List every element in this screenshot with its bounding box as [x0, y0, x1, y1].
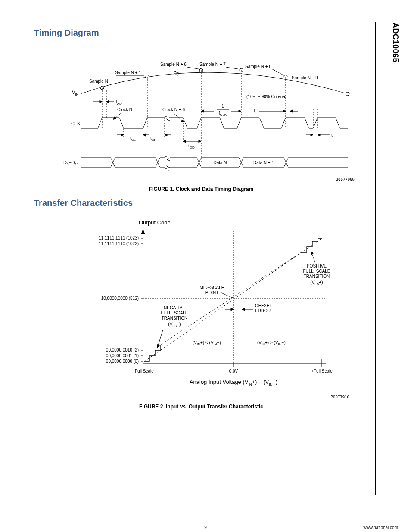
- label-tch: tCH: [150, 136, 157, 142]
- svg-marker-42: [143, 134, 146, 136]
- label-output-code: Output Code: [139, 219, 171, 226]
- svg-marker-78: [157, 344, 160, 348]
- svg-line-8: [226, 67, 240, 69]
- label-code-512: 10,0000,0000 (512): [101, 296, 139, 301]
- label-sample-n8: Sample N + 8: [245, 64, 271, 69]
- svg-marker-35: [290, 110, 293, 112]
- svg-marker-20: [100, 100, 102, 103]
- label-code-1023: 11,1111,1111 (1023): [99, 236, 139, 240]
- label-negfull2: FULL−SCALE: [161, 311, 188, 315]
- svg-marker-40: [121, 134, 124, 136]
- svg-marker-29: [201, 110, 204, 112]
- label-offset2: ERROR: [255, 308, 271, 313]
- label-negfull4: (VFS−): [168, 322, 181, 328]
- svg-marker-22: [106, 100, 109, 103]
- label-criteria: (10% − 90% Criteria): [246, 94, 286, 99]
- label-data-n1: Data N + 1: [253, 160, 274, 165]
- svg-marker-33: [283, 110, 286, 112]
- part-number-sidebar: ADC10065: [391, 22, 400, 62]
- figure-2-id: 20077910: [27, 395, 349, 399]
- svg-marker-74: [242, 308, 245, 311]
- label-data-bus: D0−D11: [63, 160, 79, 166]
- label-posfull1: POSITIVE: [307, 264, 327, 268]
- label-tcl: tCL: [130, 136, 136, 142]
- svg-marker-50: [311, 134, 313, 136]
- section-title-timing: Timing Diagram: [34, 28, 375, 38]
- label-code-0: 00,0000,0000 (0): [106, 359, 139, 364]
- label-midscale1: MID−SCALE: [200, 285, 224, 290]
- label-plus-full: +Full Scale: [311, 369, 333, 373]
- svg-marker-55: [141, 230, 145, 234]
- label-cond-left: (VIN+) < (VIN−): [193, 340, 221, 346]
- svg-line-9: [272, 69, 284, 75]
- figure-1-id: 20077909: [27, 177, 355, 182]
- label-posfull4: (VFS+): [310, 280, 323, 286]
- footer-url: www.national.com: [363, 525, 398, 530]
- page-number: 9: [204, 525, 207, 530]
- label-posfull2: FULL−SCALE: [303, 269, 330, 274]
- label-clock-n: Clock N: [117, 107, 132, 112]
- label-one: 1: [221, 104, 224, 109]
- figure-1-caption: FIGURE 1. Clock and Data Timing Diagram: [27, 186, 375, 192]
- label-midscale2: POINT: [206, 290, 219, 295]
- svg-marker-72: [231, 308, 234, 311]
- content-frame: Timing Diagram Sample N: [27, 22, 376, 495]
- label-tr: tr: [254, 109, 256, 115]
- label-zero-v: 0.0V: [229, 369, 238, 373]
- label-sample-n6: Sample N + 6: [160, 62, 187, 67]
- svg-marker-52: [318, 134, 320, 136]
- svg-line-7: [187, 67, 200, 69]
- label-clk: CLK: [71, 121, 81, 126]
- label-fclk: fCLK: [219, 111, 227, 117]
- label-vin: VIN: [72, 90, 79, 96]
- label-sample-n7: Sample N + 7: [199, 62, 226, 67]
- label-data-n: Data N: [213, 160, 227, 165]
- svg-marker-31: [239, 110, 241, 112]
- timing-diagram-svg: Sample N Sample N + 1 Sample N + 6 Sampl…: [46, 42, 356, 176]
- label-tad: tAD: [116, 100, 122, 106]
- svg-line-69: [144, 238, 322, 361]
- label-offset1: OFFSET: [255, 303, 272, 308]
- svg-line-70: [221, 292, 232, 298]
- section-title-transfer: Transfer Characteristics: [34, 198, 375, 208]
- label-sample-n: Sample N: [89, 79, 108, 84]
- figure-1-wrap: Sample N Sample N + 1 Sample N + 6 Sampl…: [27, 42, 375, 192]
- svg-point-5: [346, 92, 349, 96]
- label-code-1: 00,0000,0001 (1): [106, 353, 139, 358]
- label-negfull3: TRANSITION: [162, 316, 188, 320]
- svg-marker-48: [199, 140, 201, 143]
- svg-marker-24: [113, 116, 116, 120]
- label-minus-full: −Full Scale: [132, 369, 154, 373]
- label-sample-n1: Sample N + 1: [115, 70, 141, 75]
- figure-2-wrap: Output Code 11,1111,1111 (1023) 11,1111,…: [27, 212, 375, 410]
- svg-marker-26: [181, 120, 184, 122]
- label-tf: tf: [331, 133, 334, 139]
- label-posfull3: TRANSITION: [304, 274, 330, 279]
- svg-marker-47: [183, 140, 186, 143]
- figure-2-caption: FIGURE 2. Input vs. Output Transfer Char…: [27, 404, 375, 410]
- label-xaxis: Analog Input Voltage (VIN+) − (VIN−): [190, 379, 277, 386]
- label-code-1022: 11,1111,1110 (1022): [99, 241, 139, 246]
- label-code-2: 00,0000,0010 (2): [106, 348, 139, 352]
- label-clock-n6: Clock N + 6: [162, 107, 185, 112]
- label-sample-n9: Sample N + 9: [292, 75, 318, 80]
- label-negfull1: NEGATIVE: [164, 305, 185, 310]
- label-tod: tOD: [188, 143, 195, 149]
- label-cond-right: (VIN+) > (VIN−): [257, 340, 286, 346]
- svg-marker-44: [165, 134, 167, 136]
- transfer-diagram-svg: Output Code 11,1111,1111 (1023) 11,1111,…: [63, 212, 339, 393]
